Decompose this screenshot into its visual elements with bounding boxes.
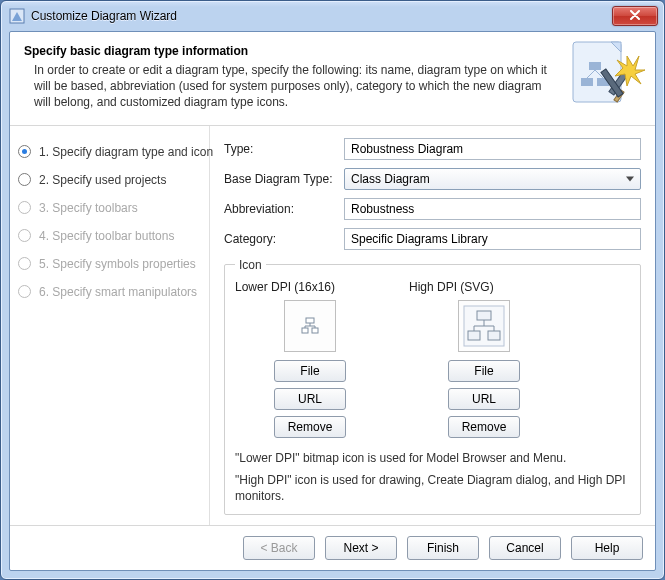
high-dpi-file-button[interactable]: File [448,360,520,382]
chevron-down-icon [626,176,634,181]
radio-icon [18,257,31,270]
lower-dpi-file-button[interactable]: File [274,360,346,382]
high-dpi-preview [458,300,510,352]
diagram-small-icon [301,317,319,335]
radio-icon [18,229,31,242]
finish-button[interactable]: Finish [407,536,479,560]
high-dpi-column: High DPI (SVG) File [409,280,559,444]
banner-description: In order to create or edit a diagram typ… [24,62,555,111]
radio-icon [18,285,31,298]
abbreviation-label: Abbreviation: [224,202,344,216]
step-3: 3. Specify toolbars [16,194,201,222]
lower-dpi-column: Lower DPI (16x16) File URL [235,280,385,444]
svg-rect-3 [581,78,593,86]
svg-rect-16 [477,311,491,320]
wizard-hero-icon [567,38,649,120]
radio-icon [18,173,31,186]
step-5: 5. Specify symbols properties [16,250,201,278]
step-label: 5. Specify symbols properties [39,257,196,271]
step-4: 4. Specify toolbar buttons [16,222,201,250]
icon-note-2: "High DPI" icon is used for drawing, Cre… [235,472,630,504]
combo-value: Class Diagram [351,172,430,186]
svg-rect-12 [306,318,314,323]
svg-rect-13 [302,328,308,333]
step-label: 1. Specify diagram type and icon [39,145,213,159]
svg-rect-14 [312,328,318,333]
app-icon [9,8,25,24]
icon-group: Icon Lower DPI (16x16) [224,258,641,516]
base-type-label: Base Diagram Type: [224,172,344,186]
main-split: 1. Specify diagram type and icon 2. Spec… [10,126,655,525]
svg-rect-18 [488,331,500,340]
diagram-large-icon [463,305,505,347]
step-label: 4. Specify toolbar buttons [39,229,174,243]
step-label: 6. Specify smart manipulators [39,285,197,299]
category-input[interactable] [344,228,641,250]
close-icon [629,10,641,22]
svg-rect-5 [589,62,601,70]
banner-title: Specify basic diagram type information [24,44,555,58]
high-dpi-remove-button[interactable]: Remove [448,416,520,438]
wizard-steps-sidebar: 1. Specify diagram type and icon 2. Spec… [10,126,210,525]
high-dpi-url-button[interactable]: URL [448,388,520,410]
titlebar: Customize Diagram Wizard [1,1,664,31]
step-label: 3. Specify toolbars [39,201,138,215]
radio-icon [18,201,31,214]
lower-dpi-preview [284,300,336,352]
high-dpi-title: High DPI (SVG) [409,280,559,294]
step-1[interactable]: 1. Specify diagram type and icon [16,138,201,166]
step-6: 6. Specify smart manipulators [16,278,201,306]
window-title: Customize Diagram Wizard [31,9,177,23]
abbreviation-input[interactable] [344,198,641,220]
next-button[interactable]: Next > [325,536,397,560]
type-label: Type: [224,142,344,156]
banner: Specify basic diagram type information I… [10,32,655,126]
type-input[interactable] [344,138,641,160]
client-area: Specify basic diagram type information I… [9,31,656,571]
back-button[interactable]: < Back [243,536,315,560]
help-button[interactable]: Help [571,536,643,560]
step-2[interactable]: 2. Specify used projects [16,166,201,194]
lower-dpi-url-button[interactable]: URL [274,388,346,410]
icon-group-legend: Icon [235,258,266,272]
category-label: Category: [224,232,344,246]
form-panel: Type: Base Diagram Type: Class Diagram A… [210,126,655,525]
base-type-combo[interactable]: Class Diagram [344,168,641,190]
lower-dpi-title: Lower DPI (16x16) [235,280,385,294]
cancel-button[interactable]: Cancel [489,536,561,560]
step-label: 2. Specify used projects [39,173,166,187]
radio-icon [18,145,31,158]
footer: < Back Next > Finish Cancel Help [10,525,655,570]
lower-dpi-remove-button[interactable]: Remove [274,416,346,438]
svg-rect-17 [468,331,480,340]
window-frame: Customize Diagram Wizard Specify basic d… [0,0,665,580]
close-button[interactable] [612,6,658,26]
icon-note-1: "Lower DPI" bitmap icon is used for Mode… [235,450,630,466]
